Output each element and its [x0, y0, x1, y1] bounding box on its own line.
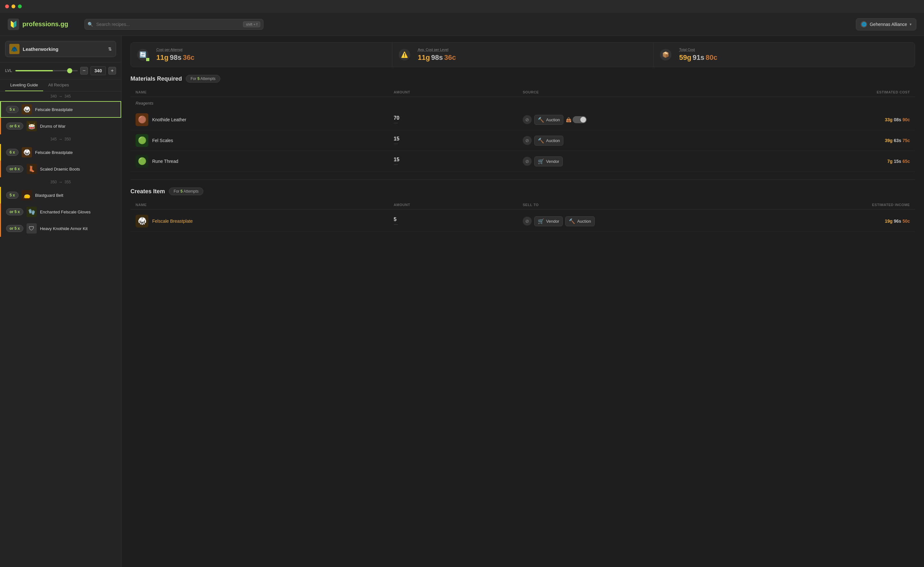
level-slider[interactable]	[15, 70, 78, 71]
search-bar: 🔍 shift + f	[84, 19, 264, 30]
auction-label: Auction	[577, 219, 591, 224]
tab-all-recipes[interactable]: All Recipes	[43, 79, 74, 91]
close-button[interactable]	[5, 5, 9, 8]
auction-sell-button[interactable]: 🔨 Auction	[565, 216, 594, 226]
recipe-item-felscale-breastplate-1[interactable]: 5 x 🥋 Felscale Breastplate	[0, 101, 121, 118]
recipe-item-blastguard-belt[interactable]: 5 x 👝 Blastguard Belt	[0, 187, 121, 203]
recipe-count-badge: 5 x	[6, 192, 18, 199]
col-amount: AMOUNT	[394, 90, 523, 94]
sidebar-header: 🧥 Leatherworking ⇅	[0, 36, 121, 62]
avg-cost-value: 11g 98s 36c	[418, 53, 456, 62]
cost-per-attempt-icon: 🔄	[137, 49, 148, 60]
level-increment-button[interactable]: +	[108, 67, 116, 75]
logo-text: professions.gg	[22, 21, 68, 28]
recipe-item-felscale-breastplate-2[interactable]: 6 x 🥋 Felscale Breastplate	[0, 144, 121, 161]
profession-icon: 🧥	[9, 44, 20, 54]
knothide-leather-name: Knothide Leather	[152, 117, 186, 122]
item-cell-rune-thread: 🟢 Rune Thread	[136, 155, 394, 168]
felscale-creates-amount: 5	[394, 217, 523, 223]
level-divider-345-350: 345 → 350	[0, 134, 121, 144]
toggle-switch-knothide[interactable]: 👜	[566, 116, 587, 123]
title-bar	[0, 0, 924, 13]
profession-select[interactable]: 🧥 Leatherworking ⇅	[5, 41, 116, 57]
recipe-item-scaled-draenic-boots[interactable]: or 6 x 👢 Scaled Draenic Boots	[0, 161, 121, 177]
vendor-icon: 🛒	[538, 158, 544, 164]
recipe-icon: 🛡	[27, 223, 37, 233]
profession-chevron-icon: ⇅	[108, 47, 112, 51]
recipe-item-heavy-knothide-armor-kit[interactable]: or 5 x 🛡 Heavy Knothide Armor Kit	[0, 220, 121, 237]
realm-globe-icon: 🌐	[861, 21, 867, 27]
level-divider-340-345: 340 → 345	[0, 92, 121, 101]
knothide-amount: 70	[394, 115, 523, 121]
col-name: NAME	[136, 90, 394, 94]
materials-table-header: NAME AMOUNT SOURCE ESTIMATED COST	[130, 88, 915, 97]
creates-col-name: NAME	[136, 203, 394, 207]
knothide-amount-cell: 70 ----	[394, 115, 523, 125]
item-cell-felscale-creates: 🥋 Felscale Breastplate	[136, 215, 394, 227]
cost-per-attempt-value: 11g 98s 36c	[156, 53, 194, 62]
vendor-source-button[interactable]: 🛒 Vendor	[534, 156, 563, 166]
recipe-item-enchanted-felscale-gloves[interactable]: or 5 x 🧤 Enchanted Felscale Gloves	[0, 203, 121, 220]
tab-leveling-guide[interactable]: Leveling Guide	[5, 79, 43, 91]
auction-source-button-2[interactable]: 🔨 Auction	[534, 136, 563, 146]
level-decrement-button[interactable]: −	[80, 67, 88, 75]
logo-area: 🔰 professions.gg	[8, 18, 72, 30]
amount-dash: ----	[394, 121, 523, 125]
felscale-creates-icon: 🥋	[136, 215, 148, 227]
no-source-icon: ⊘	[523, 115, 532, 124]
avg-cost-icon: ⚠️	[399, 49, 410, 60]
search-icon: 🔍	[88, 22, 93, 27]
realm-selector[interactable]: 🌐 Gehennas Alliance ▾	[856, 18, 916, 30]
section-divider	[130, 179, 915, 180]
recipe-icon: 🥋	[22, 147, 32, 158]
col-source: SOURCE	[523, 90, 717, 94]
creates-table-header: NAME AMOUNT SELL TO ESTIMATED INCOME	[130, 200, 915, 210]
item-cell-fel-scales: 🟢 Fel Scales	[136, 134, 394, 147]
sidebar-list: 340 → 345 5 x 🥋 Felscale Breastplate or …	[0, 92, 121, 567]
total-cost-label: Total Cost	[679, 48, 717, 51]
avg-cost-label: Avg. Cost per Level	[418, 48, 456, 51]
creates-section-header: Creates Item For 5 Attempts	[130, 188, 915, 195]
felscale-sell-to-cell: ⊘ 🛒 Vendor 🔨 Auction	[523, 216, 717, 226]
total-cost-value: 59g 91s 80c	[679, 53, 717, 62]
recipe-icon: 🥁	[27, 121, 37, 131]
fel-scales-name: Fel Scales	[152, 138, 173, 143]
creates-title: Creates Item	[130, 188, 165, 195]
creates-col-amount: AMOUNT	[394, 203, 523, 207]
recipe-count-badge: or 5 x	[6, 208, 23, 215]
minimize-button[interactable]	[12, 5, 15, 8]
recipe-count-badge: 6 x	[6, 149, 18, 156]
auction-hammer-icon: 🔨	[538, 117, 544, 123]
level-control: LVL − 340 +	[0, 62, 121, 79]
recipe-count-badge: 5 x	[6, 106, 18, 113]
table-row: 🟤 Knothide Leather 70 ---- ⊘ 🔨 Auction 👜	[130, 110, 915, 130]
amount-dash: ----	[394, 223, 523, 226]
level-arrow-icon: →	[59, 137, 63, 141]
auction-source-button[interactable]: 🔨 Auction	[534, 115, 563, 125]
auction-hammer-icon: 🔨	[569, 218, 575, 224]
vendor-sell-button[interactable]: 🛒 Vendor	[534, 216, 563, 226]
rune-thread-cost-cell: 7g 15s 65c	[717, 159, 910, 164]
total-cost-icon: 📦	[660, 49, 671, 60]
auction-hammer-icon: 🔨	[538, 138, 544, 144]
content-area: 🔄 Cost per Attempt 11g 98s 36c	[122, 36, 924, 567]
recipe-icon: 🥋	[22, 104, 32, 114]
search-input[interactable]	[84, 19, 264, 30]
logo-icon: 🔰	[8, 18, 19, 30]
fel-scales-amount-cell: 15 ----	[394, 136, 523, 145]
recipe-name: Felscale Breastplate	[35, 107, 73, 112]
level-input[interactable]: 340	[90, 66, 106, 75]
recipe-item-drums-of-war[interactable]: or 6 x 🥁 Drums of War	[0, 118, 121, 134]
rune-thread-amount-cell: 15 ----	[394, 157, 523, 166]
recipe-name: Felscale Breastplate	[35, 150, 73, 155]
toggle-bg[interactable]	[573, 116, 587, 123]
recipe-count-badge: or 5 x	[6, 225, 23, 232]
stat-total-cost: 📦 Total Cost 59g 91s 80c	[654, 42, 915, 67]
no-source-icon: ⊘	[523, 217, 532, 226]
creates-col-sell-to: SELL TO	[523, 203, 717, 207]
level-arrow-icon: →	[59, 180, 63, 184]
creates-col-income: ESTIMATED INCOME	[717, 203, 910, 207]
felscale-income-cell: 19g 96s 50c	[717, 218, 910, 224]
maximize-button[interactable]	[18, 5, 22, 8]
no-source-icon: ⊘	[523, 136, 532, 145]
